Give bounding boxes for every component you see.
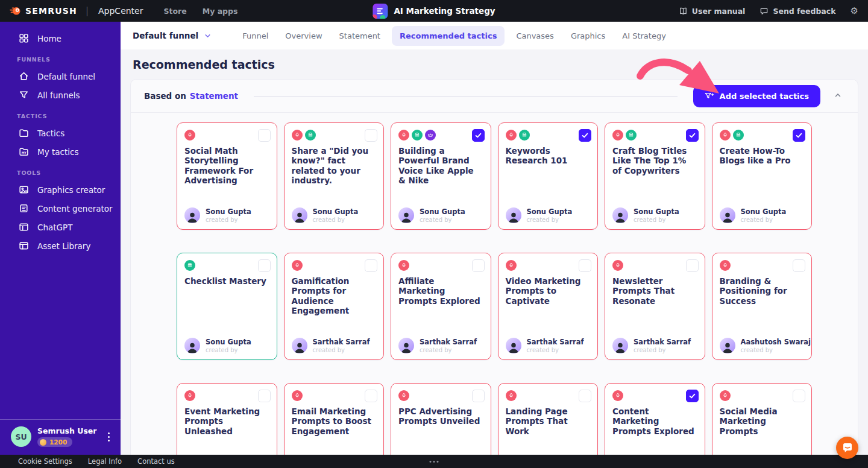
tactic-card[interactable]: Landing Page Prompts That Work <box>498 383 599 455</box>
sidebar-item-label: All funnels <box>37 90 80 100</box>
tactic-card[interactable]: Share a "Did you know?" fact related to … <box>284 122 385 230</box>
tactic-card[interactable]: Email Marketing Prompts to Boost Engagem… <box>284 383 385 455</box>
tactic-card[interactable]: Craft Blog Titles Like The Top 1% of Cop… <box>605 122 705 230</box>
tactic-checkbox[interactable] <box>258 259 271 272</box>
tactic-checkbox[interactable] <box>365 390 377 402</box>
sidebar-item-tactics[interactable]: Tactics <box>0 124 121 142</box>
tactic-title: Content Marketing Prompts Explored <box>612 406 697 436</box>
svg-text:MY: MY <box>22 151 27 154</box>
sidebar-item-all-funnels[interactable]: All funnels <box>0 86 121 104</box>
drag-handle-dots-icon[interactable] <box>430 461 439 463</box>
user-menu-kebab-icon[interactable] <box>105 430 112 444</box>
tab-statement[interactable]: Statement <box>334 26 386 46</box>
sidebar-group: FUNNELS Default funnel All funnels <box>0 56 121 104</box>
footer-link-legal-info[interactable]: Legal Info <box>88 457 122 466</box>
created-by-label: created by <box>420 347 477 353</box>
tag-red-icon <box>720 130 731 141</box>
tactic-card[interactable]: Content Marketing Prompts Explored <box>605 383 705 455</box>
tactic-title: Landing Page Prompts That Work <box>506 406 591 436</box>
tactic-checkbox[interactable] <box>579 259 591 272</box>
tactic-checkbox[interactable] <box>258 390 271 402</box>
tactic-card[interactable]: Create How-To Blogs like a Pro Sonu Gupt… <box>712 122 813 230</box>
tactic-card[interactable]: Social Media Marketing Prompts <box>712 383 813 455</box>
top-header: SEMRUSH | AppCenter Store My apps AI Mar… <box>0 0 868 22</box>
sidebar-item-chatgpt[interactable]: ChatGPT <box>0 218 121 236</box>
tactic-tags <box>612 390 697 401</box>
tactic-card[interactable]: Newsletter Prompts That Resonate Sarthak… <box>605 253 705 360</box>
tactic-author: Sonu Gupta created by <box>720 207 787 223</box>
footer: Cookie SettingsLegal InfoContact us <box>0 455 868 468</box>
tab-canvases[interactable]: Canvases <box>511 26 559 46</box>
tactic-card[interactable]: PPC Advertising Prompts Unveiled <box>391 383 491 455</box>
sidebar-item-label: Graphics creator <box>37 185 105 195</box>
tab-label: Overview <box>285 31 322 40</box>
tactic-checkbox[interactable] <box>793 390 805 402</box>
tactic-checkbox[interactable] <box>365 259 377 272</box>
author-avatar <box>612 207 628 223</box>
created-by-label: created by <box>420 217 465 223</box>
tag-red-icon <box>398 260 409 271</box>
divider-line <box>254 96 678 96</box>
user-manual-link[interactable]: User manual <box>679 7 746 16</box>
sidebar-item-home[interactable]: Home <box>0 29 121 48</box>
tab-overview[interactable]: Overview <box>280 26 327 46</box>
add-selected-tactics-button[interactable]: Add selected tactics <box>693 85 820 107</box>
tactic-card[interactable]: Event Marketing Prompts Unleashed <box>177 383 277 455</box>
author-avatar <box>292 207 307 223</box>
tag-red-icon <box>184 130 195 141</box>
funnel-selector[interactable]: Default funnel <box>133 31 212 40</box>
footer-link-contact-us[interactable]: Contact us <box>137 457 175 466</box>
tactic-checkbox[interactable] <box>686 390 699 402</box>
author-name: Sarthak Sarraf <box>634 338 691 346</box>
tactic-checkbox[interactable] <box>472 129 485 142</box>
tactic-checkbox[interactable] <box>686 129 699 142</box>
gear-icon[interactable]: ⚙ <box>851 7 858 16</box>
tactic-checkbox[interactable] <box>365 129 377 142</box>
send-feedback-link[interactable]: Send feedback <box>760 7 835 16</box>
tactic-title: Newsletter Prompts That Resonate <box>612 276 697 306</box>
sidebar-item-graphics-creator[interactable]: Graphics creator <box>0 180 121 199</box>
tactic-card[interactable]: Affiliate Marketing Prompts Explored Sar… <box>391 253 491 360</box>
credits-badge[interactable]: 1200 <box>37 437 72 447</box>
tab-graphics[interactable]: Graphics <box>565 26 611 46</box>
tab-funnel[interactable]: Funnel <box>237 26 274 46</box>
tab-recommended-tactics[interactable]: Recommended tactics <box>392 26 505 46</box>
tactic-checkbox[interactable] <box>793 129 805 142</box>
footer-link-label: Cookie Settings <box>18 457 72 466</box>
tag-red-icon <box>184 390 195 401</box>
based-on-statement-link[interactable]: Statement <box>190 91 238 101</box>
author-avatar <box>506 338 521 353</box>
tactic-card[interactable]: Keywords Research 101 Sonu Gupta created… <box>498 122 599 230</box>
sidebar-item-asset-library[interactable]: Asset Library <box>0 236 121 255</box>
tactic-checkbox[interactable] <box>472 390 485 402</box>
sidebar-item-label: Home <box>37 34 61 43</box>
author-name: Aashutosh Swaraj <box>741 338 811 346</box>
tab-ai-strategy[interactable]: AI Strategy <box>617 26 671 46</box>
tactic-checkbox[interactable] <box>686 259 699 272</box>
tactic-checkbox[interactable] <box>472 259 485 272</box>
tactic-card[interactable]: Social Math Storytelling Framework For A… <box>177 122 277 230</box>
tactic-checkbox[interactable] <box>258 129 271 142</box>
footer-link-cookie-settings[interactable]: Cookie Settings <box>18 457 72 466</box>
tactic-card[interactable]: Checklist Mastery Sonu Gupta created by <box>177 253 277 360</box>
header-nav-store[interactable]: Store <box>163 7 186 16</box>
chat-launcher-button[interactable] <box>836 437 858 459</box>
created-by-label: created by <box>741 217 787 223</box>
tactic-title: Create How-To Blogs like a Pro <box>720 146 805 166</box>
user-box[interactable]: SU Semrush User 1200 <box>0 419 121 455</box>
collapse-panel-button[interactable] <box>831 89 844 104</box>
sidebar-item-my-tactics[interactable]: MY My tactics <box>0 142 121 161</box>
tactic-checkbox[interactable] <box>793 259 805 272</box>
tactic-checkbox[interactable] <box>579 129 591 142</box>
tag-teal-icon <box>626 130 637 141</box>
tactic-card[interactable]: Gamification Prompts for Audience Engage… <box>284 253 385 360</box>
sidebar-item-content-generator[interactable]: Content generator <box>0 199 121 218</box>
tactic-card[interactable]: Video Marketing Prompts to Captivate Sar… <box>498 253 599 360</box>
tactic-title: Checklist Mastery <box>184 276 269 286</box>
tactic-card[interactable]: Building a Powerful Brand Voice Like App… <box>391 122 491 230</box>
tactic-checkbox[interactable] <box>579 390 591 402</box>
semrush-logo[interactable]: SEMRUSH | AppCenter <box>10 5 143 17</box>
header-nav-my-apps[interactable]: My apps <box>203 7 238 16</box>
sidebar-item-default-funnel[interactable]: Default funnel <box>0 67 121 86</box>
tactic-card[interactable]: Branding & Positioning for Success Aashu… <box>712 253 813 360</box>
